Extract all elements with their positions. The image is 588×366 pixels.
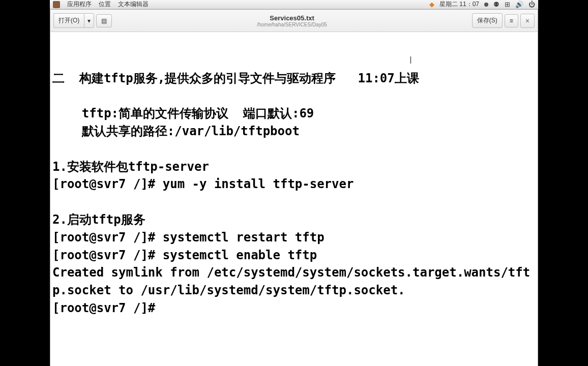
distro-icon[interactable] (53, 1, 60, 8)
network-icon[interactable]: ⊞ (505, 1, 510, 8)
save-label: 保存(S) (477, 16, 497, 25)
title-area: Services05.txt /home/haha/SERVICES/Day05 (114, 14, 469, 27)
current-app-name[interactable]: 文本编辑器 (118, 0, 149, 9)
clock[interactable]: 星期二 11：07 (439, 0, 479, 9)
top-panel: 应用程序 位置 文本编辑器 ◆ 星期二 11：07 ⚉ ⊞ 🔊 ⏻ (50, 0, 538, 9)
text-cursor (410, 56, 411, 64)
open-dropdown-button[interactable]: ▾ (84, 13, 94, 28)
save-button[interactable]: 保存(S) (472, 13, 503, 28)
open-button[interactable]: 打开(O) (53, 13, 84, 28)
editor-toolbar: 打开(O) ▾ ▤ Services05.txt /home/haha/SERV… (50, 10, 538, 32)
applications-menu[interactable]: 应用程序 (67, 0, 92, 9)
document-icon: ▤ (101, 17, 107, 24)
close-icon: × (525, 17, 530, 25)
new-document-button[interactable]: ▤ (96, 14, 112, 27)
close-button[interactable]: × (520, 14, 535, 28)
notification-icon[interactable]: ◆ (429, 1, 434, 8)
places-menu[interactable]: 位置 (99, 0, 111, 9)
accessibility-icon[interactable]: ⚉ (493, 1, 499, 8)
chevron-down-icon: ▾ (87, 17, 91, 24)
editor-window: 打开(O) ▾ ▤ Services05.txt /home/haha/SERV… (50, 9, 538, 366)
open-label: 打开(O) (58, 16, 79, 25)
hamburger-icon: ≡ (510, 17, 513, 24)
menu-button[interactable]: ≡ (505, 14, 518, 27)
volume-icon[interactable]: 🔊 (515, 1, 523, 8)
document-title: Services05.txt (114, 14, 469, 22)
text-editor-area[interactable]: 二 构建tftp服务,提供众多的引导文件与驱动程序 11:07上课 tftp:简… (50, 32, 538, 366)
clock-dot-icon (484, 3, 488, 7)
power-icon[interactable]: ⏻ (528, 1, 535, 8)
document-content: 二 构建tftp服务,提供众多的引导文件与驱动程序 11:07上课 tftp:简… (52, 70, 536, 317)
document-path: /home/haha/SERVICES/Day05 (114, 22, 469, 27)
